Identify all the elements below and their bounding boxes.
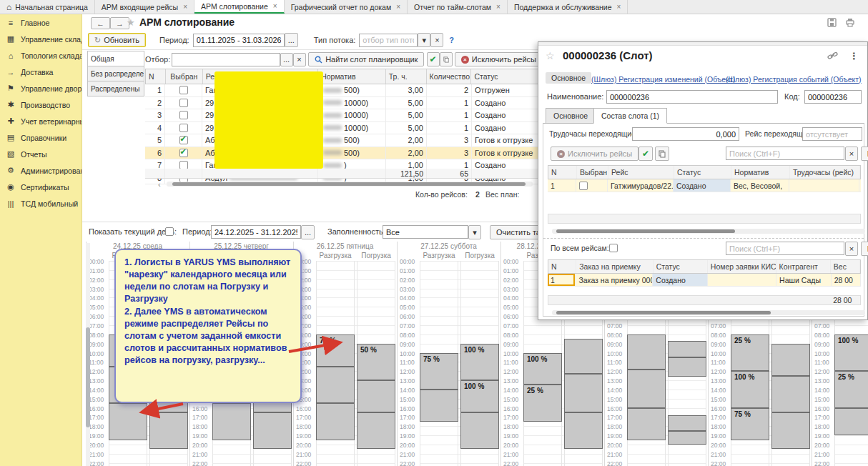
window-tab-5[interactable]: Поддержка и обслуживание× [508, 0, 628, 14]
flow-dropdown-button[interactable]: ▾ [418, 33, 430, 47]
window-tab-2[interactable]: АРМ слотирование× [194, 0, 285, 14]
time-slot-block[interactable] [564, 412, 603, 449]
panel-star-icon[interactable]: ☆ [546, 50, 555, 61]
period-input[interactable] [193, 34, 285, 47]
time-slot-block[interactable] [627, 408, 666, 440]
table-row[interactable]: 229.0110000)5,001Создано [145, 97, 543, 110]
find-slot-button[interactable]: Найти слот планировщик [308, 52, 424, 66]
filter-tab-1[interactable]: Без распределения [87, 66, 144, 81]
filter-clear-button[interactable]: × [293, 53, 306, 66]
time-slot-block[interactable]: 75 % [316, 334, 355, 367]
time-slot-block[interactable] [460, 412, 499, 449]
tab-close-icon[interactable]: × [496, 3, 500, 11]
panel-grip[interactable] [538, 42, 867, 46]
print-icon[interactable] [845, 18, 855, 27]
panel-orders-search-input[interactable] [726, 242, 844, 255]
sidebar-item-1[interactable]: ▦Управление складом [0, 31, 82, 47]
time-slot-block[interactable] [564, 339, 603, 374]
tab-close-icon[interactable]: × [396, 3, 400, 11]
panel-trips-more-button[interactable]: Еще [861, 147, 868, 161]
back-button[interactable]: ← [91, 17, 110, 29]
window-tab-4[interactable]: Отчет по тайм-слотам× [408, 0, 508, 14]
sidebar-item-3[interactable]: →Доставка [0, 64, 82, 80]
set-flags-button[interactable]: ✔ [427, 52, 440, 66]
time-slot-block[interactable] [253, 412, 292, 449]
time-slot-block[interactable]: 100 % [523, 353, 562, 385]
table-row[interactable]: 1Заказ на приемку 0000...СозданоНаши Сад… [548, 274, 861, 287]
time-slot-block[interactable] [771, 412, 810, 449]
scroll-left-icon[interactable]: ‹ [158, 180, 161, 189]
help-link[interactable]: ? [449, 36, 454, 44]
table-row[interactable]: 329.0110000)5,001Создано [145, 109, 543, 122]
row-checkbox[interactable] [179, 99, 188, 107]
sidebar-item-0[interactable]: ≡Главное [0, 14, 82, 31]
time-slot-block[interactable] [627, 370, 666, 408]
filter-tab-0[interactable]: Общая [87, 51, 144, 66]
sidebar-item-6[interactable]: ✚Учет ветеринарный [0, 113, 82, 129]
calendar-vscrollbar[interactable] [86, 243, 90, 466]
sidebar-item-4[interactable]: ⚑Управление двором [0, 80, 82, 96]
sidebar-item-9[interactable]: ⚙Администрирование [0, 162, 82, 179]
time-slot-block[interactable]: 75 % [731, 408, 769, 440]
time-slot-block[interactable] [771, 376, 810, 412]
refresh-button[interactable]: ↻Обновить [88, 33, 146, 47]
panel-orders-more-button[interactable]: Еще [861, 242, 868, 256]
row-checkbox[interactable] [179, 149, 188, 157]
sidebar-item-10[interactable]: ◉Сертификаты [0, 179, 82, 195]
panel-nav-changes-link[interactable]: (Шлюз) Регистрация изменений (Объект) [591, 75, 735, 84]
time-slot-block[interactable]: 25 % [731, 334, 769, 371]
table-row[interactable]: 6Абдик500)2,003Готов к отгрузке [145, 147, 543, 160]
kebab-menu-icon[interactable]: ⋮ [849, 51, 859, 61]
time-slot-block[interactable] [668, 357, 706, 377]
row-checkbox[interactable] [179, 86, 188, 94]
sidebar-item-11[interactable]: |||ТСД мобильный [0, 195, 82, 212]
link-icon[interactable] [827, 51, 838, 61]
time-slot-block[interactable] [771, 344, 810, 376]
save-icon[interactable] [827, 18, 837, 27]
panel-tab-slot-content[interactable]: Состав слота (1) [593, 108, 667, 124]
exclude-trips-button[interactable]: ×Исключить рейсы [455, 52, 543, 66]
panel-orders-hscrollbar[interactable] [552, 310, 865, 315]
time-slot-block[interactable] [564, 374, 603, 412]
panel-set-flags-button[interactable]: ✔ [638, 147, 653, 161]
time-slot-block[interactable] [627, 334, 666, 370]
carry-hours-input[interactable] [632, 127, 739, 141]
window-tab-3[interactable]: Графический отчет по докам× [285, 0, 408, 14]
window-tab-0[interactable]: ⌂Начальная страница [0, 0, 95, 14]
time-slot-block[interactable]: 50 % [357, 344, 395, 380]
panel-orders-search-clear[interactable]: × [845, 242, 858, 256]
panel-exclude-trips-button[interactable]: ×Исключить рейсы [551, 147, 638, 161]
table-row[interactable]: 1Ганич500)3,002Отгружен [145, 84, 543, 97]
time-slot-block[interactable] [357, 412, 395, 449]
tab-close-icon[interactable]: × [183, 3, 187, 11]
time-slot-block[interactable]: 100 % [834, 334, 868, 371]
row-checkbox[interactable] [179, 136, 188, 144]
show-today-checkbox[interactable] [165, 227, 174, 236]
filter-picker-button[interactable]: ... [280, 53, 293, 66]
flow-clear-button[interactable]: × [430, 33, 443, 47]
time-slot-block[interactable] [668, 341, 706, 357]
row-checkbox[interactable] [179, 111, 188, 119]
window-tab-1[interactable]: АРМ входящие рейсы× [95, 0, 194, 14]
panel-trips-hscrollbar[interactable] [552, 229, 865, 234]
panel-trips-search-clear[interactable]: × [845, 147, 858, 161]
table-row[interactable]: 5Абдул500)2,003Готов к отгрузке [145, 134, 543, 147]
time-slot-block[interactable] [316, 367, 355, 403]
table-row[interactable]: 1Гатжимурадов/22...СозданоВес, Весовой, [548, 179, 861, 192]
time-slot-block[interactable] [316, 403, 355, 440]
sidebar-item-2[interactable]: ⌂Топология склада [0, 47, 82, 64]
time-slot-block[interactable]: 100 % [731, 371, 769, 407]
fill-dropdown[interactable]: ▾ [468, 225, 481, 239]
period-picker-button[interactable]: ... [285, 33, 298, 47]
time-slot-block[interactable] [668, 431, 706, 445]
code-input[interactable] [804, 90, 862, 104]
panel-nav-events-link[interactable]: (Шлюз) Регистрация событий (Объект) [726, 75, 862, 84]
fill-select[interactable] [383, 225, 468, 239]
name-input[interactable] [606, 90, 778, 104]
tab-close-icon[interactable]: × [617, 3, 621, 11]
tab-close-icon[interactable]: × [273, 2, 277, 10]
panel-nav-main[interactable]: Основное [546, 72, 591, 84]
sidebar-item-5[interactable]: ✱Производство [0, 96, 82, 113]
filter-input[interactable] [172, 53, 280, 66]
sidebar-item-8[interactable]: ▧Отчеты [0, 146, 82, 162]
